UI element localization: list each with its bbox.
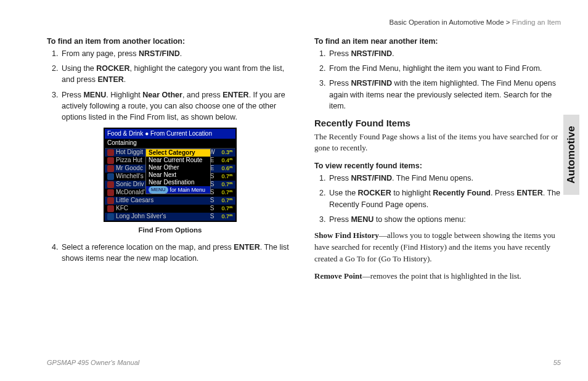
left-step-2: Using the ROCKER, highlight the category… xyxy=(60,63,293,85)
left-column: To find an item from another location: F… xyxy=(47,36,293,289)
popup-opt-select-category: Select Category xyxy=(146,149,210,157)
ss-rows: Hot DiggitW0.3ᵐ Pizza HutE0.4ᵐ Mr GoodcE… xyxy=(105,149,235,221)
right-steps-1: Press NRST/FIND. From the Find Menu, hig… xyxy=(314,48,561,112)
find-from-popup: Select Category Near Current Route Near … xyxy=(145,149,211,194)
side-tab-label: Automotive xyxy=(565,126,578,184)
left-step-4: Select a reference location on the map, … xyxy=(60,242,293,264)
right-column: To find an item near another item: Press… xyxy=(314,36,561,289)
poi-icon xyxy=(107,173,114,180)
breadcrumb-main: Basic Operation in Automotive Mode > xyxy=(390,18,512,26)
view-step-3: Press MENU to show the options menu: xyxy=(328,214,561,225)
side-tab: Automotive xyxy=(563,115,579,195)
ss-row: Long John Silver'sS0.7ᵐ xyxy=(105,213,235,221)
figure-wrap: Food & Drink ● From Current Location Con… xyxy=(47,128,293,236)
page-footer: GPSMAP 495 Owner's Manual 55 xyxy=(47,359,561,366)
ss-row: Little CaesarsS0.7ᵐ xyxy=(105,197,235,205)
footer-page-number: 55 xyxy=(553,359,561,366)
view-step-1: Press NRST/FIND. The Find Menu opens. xyxy=(328,173,561,184)
popup-opt-near-next: Near Next xyxy=(146,171,210,179)
show-find-history: Show Find History—allows you to toggle b… xyxy=(314,230,561,265)
popup-opt-near-other: Near Other xyxy=(146,164,210,171)
left-step-3: Press MENU. Highlight Near Other, and pr… xyxy=(60,89,293,123)
right-lead: To find an item near another item: xyxy=(314,36,561,47)
poi-icon xyxy=(107,189,114,196)
remove-point: Remove Point—removes the point that is h… xyxy=(314,271,561,282)
right-step-1: Press NRST/FIND. xyxy=(328,48,561,59)
left-step-1: From any page, press NRST/FIND. xyxy=(60,48,293,59)
content-columns: To find an item from another location: F… xyxy=(47,36,561,289)
popup-opt-near-current-route: Near Current Route xyxy=(146,157,210,164)
view-recent-steps: Press NRST/FIND. The Find Menu opens. Us… xyxy=(314,173,561,225)
right-step-2: From the Find Menu, highlight the item y… xyxy=(328,63,561,74)
ss-row: KFCS0.7ᵐ xyxy=(105,205,235,213)
poi-icon xyxy=(107,181,114,188)
breadcrumb: Basic Operation in Automotive Mode > Fin… xyxy=(390,18,561,26)
ss-containing: Containing xyxy=(105,139,235,149)
recently-found-intro: The Recently Found Page shows a list of … xyxy=(314,131,561,155)
poi-icon xyxy=(107,213,114,220)
poi-icon xyxy=(107,149,114,156)
poi-icon xyxy=(107,157,114,164)
breadcrumb-sub: Finding an Item xyxy=(512,18,561,26)
left-steps: From any page, press NRST/FIND. Using th… xyxy=(47,48,293,123)
view-step-2: Use the ROCKER to highlight Recently Fou… xyxy=(328,187,561,210)
figure-caption: Find From Options xyxy=(47,225,293,236)
left-steps-cont: Select a reference location on the map, … xyxy=(47,242,293,264)
ss-titlebar: Food & Drink ● From Current Location xyxy=(105,129,235,139)
popup-menu-hint: MENUfor Main Menu xyxy=(146,186,210,194)
view-recent-lead: To view recently found items: xyxy=(314,160,561,171)
right-step-3: Press NRST/FIND with the item highlighte… xyxy=(328,78,561,111)
poi-icon xyxy=(107,165,114,172)
popup-opt-near-destination: Near Destination xyxy=(146,179,210,186)
footer-manual-title: GPSMAP 495 Owner's Manual xyxy=(47,359,139,366)
recently-found-heading: Recently Found Items xyxy=(314,117,561,130)
poi-icon xyxy=(107,197,114,204)
poi-icon xyxy=(107,205,114,212)
manual-page: Basic Operation in Automotive Mode > Fin… xyxy=(0,0,588,381)
menu-pill-icon: MENU xyxy=(149,186,168,194)
device-screenshot: Food & Drink ● From Current Location Con… xyxy=(104,128,237,222)
left-lead: To find an item from another location: xyxy=(47,36,293,47)
